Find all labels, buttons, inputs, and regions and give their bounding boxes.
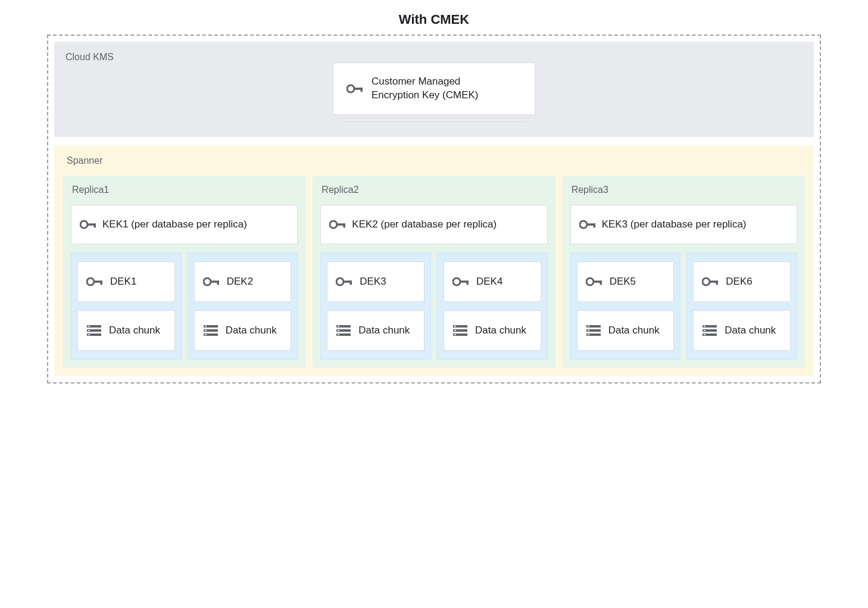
svg-rect-22 [205, 330, 207, 331]
data-chunk-label: Data chunk [608, 324, 660, 337]
storage-icon [86, 325, 102, 336]
svg-point-36 [453, 278, 460, 285]
dek-label: DEK3 [360, 275, 386, 288]
data-chunk-card: Data chunk [577, 310, 675, 351]
stack-line [342, 121, 526, 122]
svg-rect-55 [588, 330, 589, 331]
svg-rect-50 [600, 280, 602, 285]
svg-rect-47 [593, 223, 595, 227]
replica-box: Replica3 KEK3 (per database per replica)… [563, 176, 805, 367]
dek-label: DEK1 [110, 275, 136, 288]
chunk-box: DEK3 Data chunk [320, 252, 431, 360]
svg-rect-17 [217, 280, 219, 285]
dek-card: DEK3 [327, 261, 424, 302]
svg-rect-65 [704, 334, 705, 335]
key-icon [203, 276, 220, 288]
diagram-title: With CMEK [12, 12, 856, 27]
kek-text: KEK1 (per database per replica) [102, 219, 247, 230]
svg-rect-43 [454, 330, 456, 331]
svg-point-48 [586, 278, 594, 285]
chunk-box: DEK4 Data chunk [437, 252, 548, 360]
cmek-line1: Customer Managed [371, 75, 479, 89]
svg-rect-38 [467, 280, 469, 285]
dek-card: DEK1 [77, 261, 175, 302]
svg-point-6 [87, 278, 94, 285]
svg-rect-23 [205, 334, 207, 335]
svg-rect-34 [338, 330, 339, 331]
key-icon [329, 219, 346, 230]
svg-rect-13 [88, 330, 90, 331]
svg-point-3 [80, 221, 88, 228]
data-chunk-label: Data chunk [358, 324, 410, 337]
kek-text: KEK2 (per database per replica) [352, 219, 497, 230]
svg-point-15 [204, 278, 211, 285]
svg-rect-59 [716, 280, 719, 285]
svg-rect-33 [338, 326, 339, 327]
kek-card: KEK1 (per database per replica) [71, 205, 298, 244]
dek-card: DEK5 [577, 261, 675, 302]
chunk-box: DEK5 Data chunk [570, 252, 681, 360]
replica-box: Replica2 KEK2 (per database per replica)… [313, 176, 555, 367]
svg-point-45 [580, 221, 587, 228]
dek-label: DEK5 [610, 275, 636, 288]
cmek-card: Customer Managed Encryption Key (CMEK) [333, 63, 535, 115]
cloud-kms-section: Cloud KMS Customer Managed Encryption Ke… [54, 42, 814, 137]
data-chunk-card: Data chunk [194, 310, 292, 351]
dek-card: DEK4 [444, 261, 541, 302]
spanner-section: Spanner Replica1 KEK1 (per database per … [54, 145, 814, 376]
svg-rect-12 [88, 326, 90, 327]
data-chunk-card: Data chunk [327, 310, 424, 351]
cmek-line2: Encryption Key (CMEK) [371, 89, 479, 102]
key-icon [702, 276, 719, 288]
svg-rect-21 [205, 326, 207, 327]
svg-rect-8 [101, 280, 103, 285]
replica-box: Replica1 KEK1 (per database per replica)… [63, 176, 305, 367]
replica-label: Replica3 [570, 185, 797, 195]
stack-line [338, 118, 530, 119]
data-chunk-card: Data chunk [77, 310, 175, 351]
key-icon [586, 276, 602, 288]
chunk-box: DEK6 Data chunk [686, 252, 797, 360]
storage-icon [452, 325, 468, 336]
data-chunk-label: Data chunk [109, 324, 160, 337]
storage-icon [702, 325, 717, 336]
svg-rect-42 [454, 326, 456, 327]
svg-rect-35 [338, 334, 339, 335]
kek-text: KEK3 (per database per replica) [602, 219, 747, 230]
key-icon [86, 276, 103, 288]
svg-rect-54 [588, 326, 589, 327]
svg-rect-26 [344, 223, 346, 227]
dek-card: DEK2 [194, 261, 292, 302]
storage-icon [586, 325, 601, 336]
svg-rect-44 [454, 334, 456, 335]
replicas-row: Replica1 KEK1 (per database per replica)… [63, 176, 805, 367]
dek-card: DEK6 [693, 261, 791, 302]
cmek-text: Customer Managed Encryption Key (CMEK) [371, 75, 479, 102]
data-chunk-label: Data chunk [725, 324, 776, 337]
key-icon [346, 83, 363, 95]
svg-point-0 [347, 85, 354, 92]
diagram-container: Cloud KMS Customer Managed Encryption Ke… [47, 35, 821, 383]
key-icon [336, 276, 352, 288]
svg-rect-29 [350, 280, 352, 285]
data-chunk-card: Data chunk [693, 310, 791, 351]
chunk-box: DEK2 Data chunk [188, 252, 298, 360]
replica-label: Replica2 [320, 185, 547, 195]
storage-icon [203, 325, 218, 336]
spanner-label: Spanner [63, 155, 805, 166]
kek-card: KEK3 (per database per replica) [570, 205, 797, 244]
svg-rect-56 [588, 334, 589, 335]
dek-label: DEK2 [227, 275, 253, 288]
svg-rect-64 [704, 330, 705, 331]
data-chunk-card: Data chunk [444, 310, 541, 351]
svg-rect-2 [361, 88, 363, 92]
dek-label: DEK6 [726, 275, 752, 288]
svg-point-27 [336, 278, 344, 285]
cloud-kms-label: Cloud KMS [65, 52, 803, 63]
cmek-card-wrapper: Customer Managed Encryption Key (CMEK) [65, 63, 803, 115]
chunks-row: DEK5 Data chunk DEK6 [570, 252, 797, 360]
key-icon [579, 219, 596, 230]
svg-rect-14 [88, 334, 90, 335]
svg-rect-63 [704, 326, 705, 327]
data-chunk-label: Data chunk [226, 324, 277, 337]
